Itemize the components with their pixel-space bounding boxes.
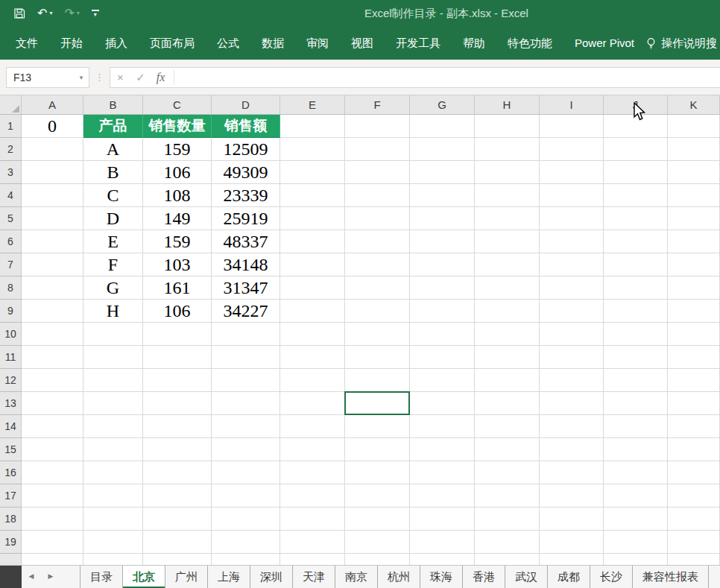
row-header-10[interactable]: 10 xyxy=(0,323,22,346)
cell-e12[interactable] xyxy=(280,369,345,392)
cell-a1[interactable]: 0 xyxy=(22,115,83,138)
cell-j3[interactable] xyxy=(604,161,668,184)
sheet-tab-8[interactable]: 珠海 xyxy=(420,566,463,588)
cell-b9[interactable]: H xyxy=(83,300,143,323)
cell-a15[interactable] xyxy=(22,438,83,461)
cell-i2[interactable] xyxy=(540,138,604,161)
cell-a16[interactable] xyxy=(22,461,83,484)
cell-k20[interactable] xyxy=(668,554,720,565)
cell-a6[interactable] xyxy=(22,230,83,253)
cell-e16[interactable] xyxy=(280,461,345,484)
cell-j2[interactable] xyxy=(604,138,668,161)
cell-d9[interactable]: 34227 xyxy=(212,300,280,323)
cell-f17[interactable] xyxy=(345,484,410,508)
cell-b16[interactable] xyxy=(83,461,143,484)
cell-h16[interactable] xyxy=(475,461,540,484)
cell-h5[interactable] xyxy=(475,207,540,230)
cell-h12[interactable] xyxy=(475,369,540,392)
name-box-dropdown-icon[interactable]: ▾ xyxy=(74,74,89,81)
cell-a14[interactable] xyxy=(22,415,83,438)
cell-g1[interactable] xyxy=(410,115,475,138)
cell-k11[interactable] xyxy=(668,346,720,369)
cell-a8[interactable] xyxy=(22,276,83,300)
row-header-14[interactable]: 14 xyxy=(0,415,22,438)
cell-d3[interactable]: 49309 xyxy=(212,161,280,184)
cell-i16[interactable] xyxy=(540,461,604,484)
cell-b18[interactable] xyxy=(83,508,143,531)
cell-f6[interactable] xyxy=(345,230,410,253)
cell-c10[interactable] xyxy=(143,323,212,346)
formula-bar-handle[interactable]: ⋮ xyxy=(89,72,110,83)
cell-g11[interactable] xyxy=(410,346,475,369)
cell-i18[interactable] xyxy=(540,508,604,531)
cell-e6[interactable] xyxy=(280,230,345,253)
cell-f18[interactable] xyxy=(345,508,410,531)
sheet-tab-3[interactable]: 上海 xyxy=(208,566,250,588)
cell-c5[interactable]: 149 xyxy=(143,207,212,230)
cell-c9[interactable]: 106 xyxy=(143,300,212,323)
column-header-i[interactable]: I xyxy=(540,95,604,115)
sheet-tab-7[interactable]: 杭州 xyxy=(378,566,420,588)
ribbon-tab-7[interactable]: 视图 xyxy=(340,27,385,60)
ribbon-tab-11[interactable]: Power Pivot xyxy=(563,27,645,60)
column-header-b[interactable]: B xyxy=(83,95,143,115)
formula-input[interactable] xyxy=(177,68,720,87)
cell-i17[interactable] xyxy=(540,484,604,508)
cell-e11[interactable] xyxy=(280,346,345,369)
cell-e14[interactable] xyxy=(280,415,345,438)
cell-j16[interactable] xyxy=(604,461,668,484)
cell-i4[interactable] xyxy=(540,184,604,207)
row-header-3[interactable]: 3 xyxy=(0,161,22,184)
cell-c14[interactable] xyxy=(143,415,212,438)
ribbon-tab-9[interactable]: 帮助 xyxy=(452,27,496,60)
row-header-7[interactable]: 7 xyxy=(0,253,22,276)
cell-f5[interactable] xyxy=(345,207,410,230)
cell-d1[interactable]: 销售额 xyxy=(212,115,280,138)
cell-g19[interactable] xyxy=(410,531,475,554)
undo-button[interactable]: ↶▾ xyxy=(37,7,52,19)
row-header-1[interactable]: 1 xyxy=(0,115,22,138)
cell-d15[interactable] xyxy=(212,438,280,461)
cell-g4[interactable] xyxy=(410,184,475,207)
cell-h19[interactable] xyxy=(475,531,540,554)
cell-d6[interactable]: 48337 xyxy=(212,230,280,253)
row-header-6[interactable]: 6 xyxy=(0,230,22,253)
tell-me-search[interactable]: 操作说明搜 xyxy=(645,27,720,60)
cell-d19[interactable] xyxy=(212,531,280,554)
cell-c15[interactable] xyxy=(143,438,212,461)
cell-j8[interactable] xyxy=(604,276,668,300)
cell-d16[interactable] xyxy=(212,461,280,484)
cell-b11[interactable] xyxy=(83,346,143,369)
cell-j13[interactable] xyxy=(604,392,668,415)
cell-f9[interactable] xyxy=(345,300,410,323)
cell-f15[interactable] xyxy=(345,438,410,461)
cell-f10[interactable] xyxy=(345,323,410,346)
cell-i8[interactable] xyxy=(540,276,604,300)
cell-a17[interactable] xyxy=(22,484,83,508)
cell-e19[interactable] xyxy=(280,531,345,554)
cell-j10[interactable] xyxy=(604,323,668,346)
cell-a3[interactable] xyxy=(22,161,83,184)
ribbon-tab-2[interactable]: 插入 xyxy=(94,27,139,60)
sheet-tab-5[interactable]: 天津 xyxy=(293,566,335,588)
cell-e20[interactable] xyxy=(280,554,345,565)
cell-b14[interactable] xyxy=(83,415,143,438)
cell-i10[interactable] xyxy=(540,323,604,346)
cell-a13[interactable] xyxy=(22,392,83,415)
cell-f1[interactable] xyxy=(345,115,410,138)
cell-i13[interactable] xyxy=(540,392,604,415)
cell-f3[interactable] xyxy=(345,161,410,184)
cell-h8[interactable] xyxy=(475,276,540,300)
cell-i7[interactable] xyxy=(540,253,604,276)
row-header-17[interactable]: 17 xyxy=(0,484,22,508)
sheet-tab-0[interactable]: 目录 xyxy=(80,566,123,588)
cell-e8[interactable] xyxy=(280,276,345,300)
cell-k4[interactable] xyxy=(668,184,720,207)
cell-g12[interactable] xyxy=(410,369,475,392)
cell-k14[interactable] xyxy=(668,415,720,438)
cell-f20[interactable] xyxy=(345,554,410,565)
cell-b12[interactable] xyxy=(83,369,143,392)
cancel-button[interactable]: × xyxy=(110,68,130,87)
column-header-g[interactable]: G xyxy=(410,95,475,115)
cell-g10[interactable] xyxy=(410,323,475,346)
